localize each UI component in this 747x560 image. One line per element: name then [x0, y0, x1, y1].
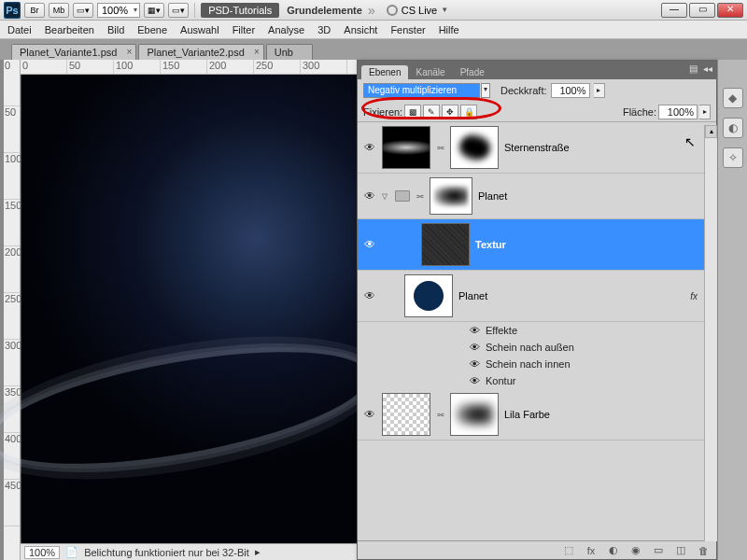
divider: [194, 3, 195, 18]
right-dock: ◆ ◐ ✧: [717, 60, 747, 560]
cslive-button[interactable]: CS Live ▼: [387, 5, 448, 16]
adjustment-icon[interactable]: ◉: [628, 544, 643, 556]
visibility-icon[interactable]: 👁: [363, 408, 376, 421]
lock-position-icon[interactable]: ✥: [442, 105, 458, 119]
layer-name[interactable]: Lila Farbe: [504, 409, 711, 420]
disclosure-triangle-icon[interactable]: ▽: [382, 192, 388, 201]
layer-row[interactable]: 👁 Planet fx ▾: [358, 271, 716, 322]
dock-color-icon[interactable]: ◆: [723, 88, 743, 108]
menu-bild[interactable]: Bild: [107, 24, 124, 35]
mask-icon[interactable]: ◐: [606, 544, 621, 556]
layer-thumbnail[interactable]: [404, 274, 453, 317]
scroll-up-icon[interactable]: ▴: [705, 125, 717, 138]
workspace-label[interactable]: Grundelemente: [287, 5, 362, 16]
panel-tab-pfade[interactable]: Pfade: [453, 65, 492, 79]
layer-thumbnail[interactable]: [382, 126, 430, 169]
viewmode-button[interactable]: ▭▾: [73, 3, 93, 18]
dock-swatches-icon[interactable]: ◐: [723, 118, 743, 138]
menu-auswahl[interactable]: Auswahl: [180, 24, 219, 35]
link-layers-icon[interactable]: ⬚: [561, 544, 576, 556]
panel-tab-kanaele[interactable]: Kanäle: [408, 65, 452, 79]
layer-thumbnail[interactable]: [421, 223, 470, 266]
screenmode-button[interactable]: ▭▾: [168, 3, 189, 18]
menu-analyse[interactable]: Analyse: [268, 24, 304, 35]
workspace-more-icon[interactable]: »: [368, 3, 375, 18]
visibility-icon[interactable]: 👁: [470, 342, 480, 353]
opacity-input[interactable]: 100%: [551, 83, 590, 98]
menu-ebene[interactable]: Ebene: [137, 24, 167, 35]
visibility-icon[interactable]: 👁: [470, 358, 480, 370]
menu-fenster[interactable]: Fenster: [390, 24, 425, 35]
layer-name[interactable]: Planet: [458, 290, 684, 301]
layer-mask-thumbnail[interactable]: [450, 393, 499, 436]
tab-close-icon[interactable]: ×: [127, 47, 133, 57]
arrange-button[interactable]: ▦▾: [144, 3, 164, 18]
new-layer-icon[interactable]: ◫: [673, 544, 688, 556]
panel-collapse-icon[interactable]: ◂◂: [703, 63, 712, 74]
status-doc-icon[interactable]: 📄: [65, 546, 78, 558]
lock-all-icon[interactable]: 🔒: [460, 105, 477, 119]
close-button[interactable]: ✕: [717, 3, 743, 18]
menu-datei[interactable]: Datei: [7, 24, 32, 35]
tab-label: Planet_Variante2.psd: [147, 47, 244, 58]
layer-name[interactable]: Textur: [475, 239, 711, 250]
link-mask-icon[interactable]: ⫘: [436, 410, 444, 419]
blend-mode-select[interactable]: Negativ multiplizieren: [363, 83, 480, 98]
fill-label: Fläche:: [623, 106, 656, 118]
fill-input[interactable]: 100%: [658, 105, 698, 119]
layer-name[interactable]: Sternenstraße: [504, 142, 711, 153]
layer-mask-thumbnail[interactable]: [450, 126, 499, 169]
opacity-flyout-icon[interactable]: ▸: [594, 83, 605, 98]
status-flyout-icon[interactable]: ▸: [255, 546, 261, 558]
menu-hilfe[interactable]: Hilfe: [439, 24, 459, 35]
panel-scrollbar[interactable]: ▴: [704, 125, 717, 541]
minibridge-button[interactable]: Mb: [49, 3, 69, 18]
effect-row[interactable]: 👁Schein nach innen: [358, 356, 716, 372]
document-tab[interactable]: Planet_Variante1.psd×: [11, 44, 136, 60]
tab-close-icon[interactable]: ×: [254, 47, 260, 57]
menu-filter[interactable]: Filter: [233, 24, 255, 35]
layer-mask-thumbnail[interactable]: [430, 177, 472, 215]
layer-row[interactable]: 👁 ⫘ Lila Farbe: [358, 389, 716, 441]
layer-name[interactable]: Planet: [478, 190, 711, 202]
panel-menu-icon[interactable]: ▤: [689, 63, 698, 74]
maximize-button[interactable]: ▭: [689, 3, 715, 18]
layer-thumbnail[interactable]: [382, 393, 430, 436]
visibility-icon[interactable]: 👁: [363, 141, 376, 154]
menu-ansicht[interactable]: Ansicht: [344, 24, 377, 35]
minimize-button[interactable]: —: [661, 3, 687, 18]
visibility-icon[interactable]: 👁: [470, 325, 480, 336]
fill-flyout-icon[interactable]: ▸: [699, 105, 711, 119]
lock-label: Fixieren:: [363, 106, 402, 118]
visibility-icon[interactable]: 👁: [363, 238, 376, 251]
fx-icon[interactable]: fx: [584, 545, 599, 556]
visibility-icon[interactable]: 👁: [363, 189, 376, 203]
lock-transparency-icon[interactable]: ▩: [404, 105, 421, 119]
layer-group-row[interactable]: 👁 ▽ ⫘ Planet: [358, 174, 716, 219]
link-mask-icon[interactable]: ⫘: [416, 191, 424, 201]
document-tab[interactable]: Planet_Variante2.psd×: [138, 44, 263, 60]
menu-bearbeiten[interactable]: Bearbeiten: [45, 24, 94, 35]
panel-tab-ebenen[interactable]: Ebenen: [361, 65, 408, 79]
effect-row[interactable]: 👁Kontur: [358, 372, 716, 389]
effects-header[interactable]: 👁Effekte: [358, 322, 716, 339]
fx-badge[interactable]: fx: [690, 291, 698, 301]
dock-styles-icon[interactable]: ✧: [723, 147, 743, 168]
bridge-button[interactable]: Br: [24, 3, 45, 18]
delete-layer-icon[interactable]: 🗑: [696, 545, 711, 556]
link-mask-icon[interactable]: ⫘: [436, 143, 444, 152]
effect-row[interactable]: 👁Schein nach außen: [358, 339, 716, 356]
lock-pixels-icon[interactable]: ✎: [423, 105, 440, 119]
document-tab[interactable]: Unb: [266, 44, 313, 60]
zoom-select[interactable]: 100%: [97, 3, 140, 18]
workspace-pill[interactable]: PSD-Tutorials: [201, 3, 279, 18]
tab-label: Planet_Variante1.psd: [20, 47, 117, 58]
status-zoom[interactable]: 100%: [24, 546, 60, 559]
canvas[interactable]: [21, 75, 357, 543]
layer-row-selected[interactable]: 👁 Textur: [358, 219, 716, 271]
menu-3d[interactable]: 3D: [317, 24, 331, 35]
visibility-icon[interactable]: 👁: [363, 289, 376, 302]
visibility-icon[interactable]: 👁: [470, 375, 480, 386]
new-group-icon[interactable]: ▭: [651, 544, 666, 556]
layer-row[interactable]: 👁 ⫘ Sternenstraße: [358, 122, 716, 174]
